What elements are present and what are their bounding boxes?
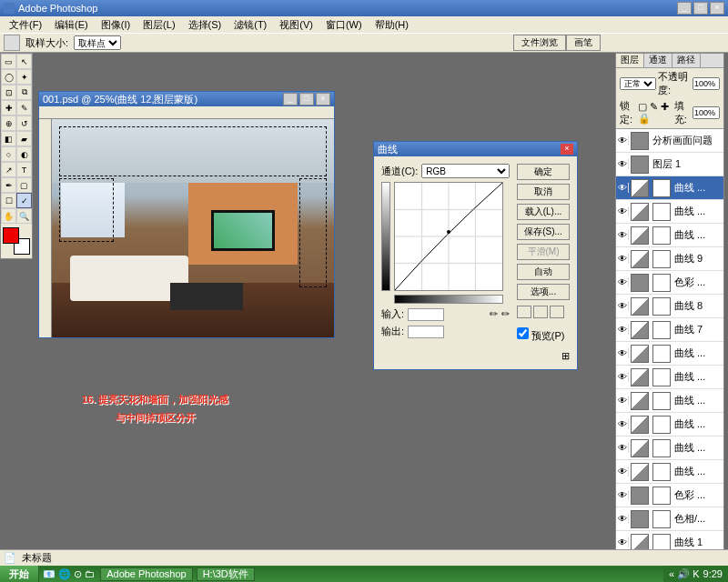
layer-row[interactable]: 👁色彩 ... <box>616 271 723 295</box>
tab-channels[interactable]: 通道 <box>644 54 672 67</box>
tab-layers[interactable]: 图层 <box>616 54 644 67</box>
opacity-field[interactable] <box>693 77 720 90</box>
layer-row[interactable]: 👁曲线 ... <box>616 342 723 366</box>
visibility-icon[interactable]: 👁 <box>616 301 629 311</box>
tab-file-browser[interactable]: 文件浏览 <box>513 35 566 51</box>
visibility-icon[interactable]: 👁 <box>616 537 629 547</box>
layer-row[interactable]: 👁曲线 ... <box>616 366 723 389</box>
menu-file[interactable]: 文件(F) <box>4 18 47 32</box>
tool-blur[interactable]: ○ <box>1 146 16 162</box>
tool-path[interactable]: ↗ <box>1 162 16 177</box>
tool-notes[interactable]: ☐ <box>1 193 16 208</box>
tool-stamp[interactable]: ⊕ <box>1 115 16 131</box>
visibility-icon[interactable]: 👁 <box>616 396 629 406</box>
layer-row[interactable]: 👁曲线 ... <box>616 460 723 484</box>
tool-zoom[interactable]: 🔍 <box>16 208 32 224</box>
visibility-icon[interactable]: 👁 <box>616 467 629 477</box>
blend-mode-select[interactable]: 正常 <box>620 77 656 90</box>
visibility-icon[interactable]: 👁 <box>616 135 629 146</box>
auto-button[interactable]: 自动 <box>517 264 570 280</box>
tool-marquee[interactable]: ▭ <box>1 54 16 69</box>
layer-row[interactable]: 👁曲线 ... <box>616 413 723 436</box>
task-photoshop[interactable]: Adobe Photoshop <box>100 567 192 581</box>
menu-view[interactable]: 视图(V) <box>274 18 318 32</box>
eyedrop-white-icon[interactable] <box>550 306 564 318</box>
tool-heal[interactable]: ✚ <box>1 100 16 115</box>
tool-move[interactable]: ↖ <box>16 54 32 69</box>
visibility-icon[interactable]: 👁 <box>616 159 629 169</box>
fill-field[interactable] <box>693 106 720 119</box>
fg-color[interactable] <box>3 227 19 244</box>
tool-type[interactable]: T <box>16 162 32 177</box>
layer-row[interactable]: 👁曲线 ... <box>616 200 723 224</box>
curves-titlebar[interactable]: 曲线 × <box>374 142 577 156</box>
preview-checkbox[interactable]: 预览(P) <box>517 327 570 343</box>
curves-close-icon[interactable]: × <box>561 144 573 155</box>
layer-row[interactable]: 👁曲线 ... <box>616 389 723 413</box>
tool-wand[interactable]: ✦ <box>16 69 32 85</box>
start-button[interactable]: 开始 <box>0 566 39 582</box>
tool-eyedropper[interactable]: ✓ <box>16 193 32 208</box>
visibility-icon[interactable]: 👁 <box>616 514 629 524</box>
layer-row[interactable]: 👁曲线 ... <box>616 176 723 200</box>
output-field[interactable] <box>408 326 444 338</box>
visibility-icon[interactable]: 👁 <box>616 443 629 453</box>
current-tool-icon[interactable] <box>4 35 20 51</box>
minimize-button[interactable]: _ <box>677 2 692 15</box>
menu-select[interactable]: 选择(S) <box>183 18 228 32</box>
tool-history[interactable]: ↺ <box>16 115 32 131</box>
visibility-icon[interactable]: 👁 <box>616 230 629 240</box>
system-tray[interactable]: « 🔊 K9:29 <box>663 566 728 582</box>
visibility-icon[interactable]: 👁 <box>616 206 629 216</box>
load-button[interactable]: 载入(L)... <box>517 204 570 220</box>
menu-image[interactable]: 图像(I) <box>96 18 136 32</box>
visibility-icon[interactable]: 👁 <box>616 490 629 500</box>
tab-brushes[interactable]: 画笔 <box>566 35 601 51</box>
layer-row[interactable]: 👁曲线 7 <box>616 318 723 342</box>
layer-row[interactable]: 👁曲线 ... <box>616 224 723 247</box>
curve-graph[interactable] <box>394 182 503 291</box>
layer-row[interactable]: 👁色彩 ... <box>616 484 723 507</box>
options-button[interactable]: 选项... <box>517 284 570 300</box>
layers-list[interactable]: 👁分析画面问题👁图层 1👁曲线 ...👁曲线 ...👁曲线 ...👁曲线 9👁色… <box>616 129 723 559</box>
layer-row[interactable]: 👁曲线 9 <box>616 247 723 271</box>
sample-size-select[interactable]: 取样点 <box>74 35 121 50</box>
tool-lasso[interactable]: ◯ <box>1 69 16 85</box>
tool-shape[interactable]: ▢ <box>16 177 32 193</box>
close-button[interactable]: × <box>710 2 724 15</box>
eyedrop-black-icon[interactable] <box>517 306 531 318</box>
menu-window[interactable]: 窗口(W) <box>320 18 368 32</box>
doc-min[interactable]: _ <box>283 93 298 105</box>
doc-close[interactable]: × <box>316 93 330 105</box>
canvas[interactable] <box>52 119 334 337</box>
task-folder[interactable]: H:\3D软件 <box>197 567 255 581</box>
eyedrop-gray-icon[interactable] <box>533 306 548 318</box>
visibility-icon[interactable]: 👁 <box>616 254 629 264</box>
visibility-icon[interactable]: 👁 <box>616 419 629 429</box>
maximize-button[interactable]: □ <box>693 2 708 15</box>
visibility-icon[interactable]: 👁 <box>616 372 629 382</box>
visibility-icon[interactable]: 👁 <box>616 325 629 335</box>
tool-hand[interactable]: ✋ <box>1 208 16 224</box>
visibility-icon[interactable]: 👁 <box>616 348 629 358</box>
layer-row[interactable]: 👁色相/... <box>616 507 723 531</box>
layer-row[interactable]: 👁曲线 8 <box>616 295 723 318</box>
tab-paths[interactable]: 路径 <box>672 54 701 67</box>
tool-crop[interactable]: ⊡ <box>1 85 16 100</box>
color-swatch[interactable] <box>3 227 30 255</box>
menu-help[interactable]: 帮助(H) <box>369 18 414 32</box>
menu-filter[interactable]: 滤镜(T) <box>228 18 272 32</box>
visibility-icon[interactable]: 👁 <box>616 183 629 193</box>
channel-select[interactable]: RGB <box>421 164 510 178</box>
save-button[interactable]: 保存(S)... <box>517 224 570 240</box>
doc-max[interactable]: □ <box>299 93 314 105</box>
tool-pen[interactable]: ✒ <box>1 177 16 193</box>
expand-icon[interactable]: ⊞ <box>517 350 570 362</box>
visibility-icon[interactable]: 👁 <box>616 277 629 287</box>
tool-brush[interactable]: ✎ <box>16 100 32 115</box>
tool-gradient[interactable]: ▰ <box>16 131 32 146</box>
tool-eraser[interactable]: ◧ <box>1 131 16 146</box>
menu-edit[interactable]: 编辑(E) <box>49 18 94 32</box>
layer-row[interactable]: 👁分析画面问题 <box>616 129 723 153</box>
layer-row[interactable]: 👁曲线 ... <box>616 436 723 460</box>
